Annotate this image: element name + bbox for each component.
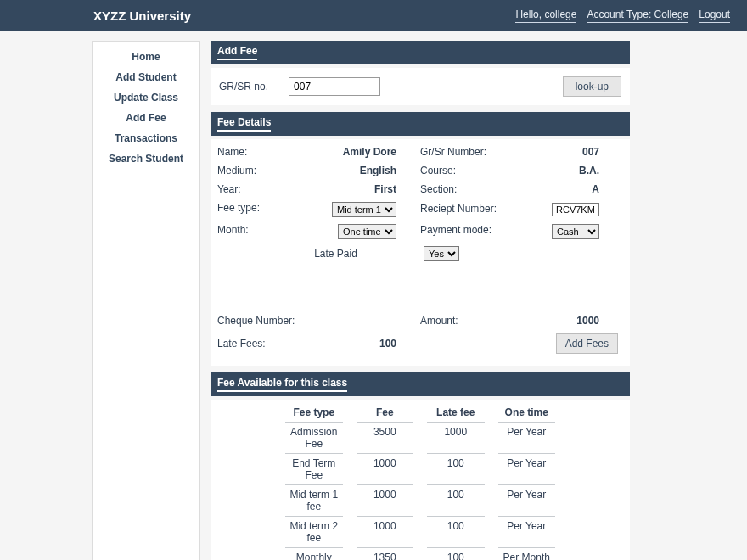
section-title: Fee Details (217, 116, 271, 132)
table-cell: 100 (427, 454, 485, 485)
add-fees-button[interactable]: Add Fees (556, 333, 618, 354)
table-cell: Mid term 2 fee (285, 517, 343, 548)
lookup-button[interactable]: look-up (563, 76, 621, 97)
grsr-input[interactable] (289, 77, 380, 96)
latepaid-select[interactable]: Yes (424, 246, 459, 261)
table-cell: 100 (427, 548, 485, 560)
feetype-select[interactable]: Mid term 1 (332, 202, 396, 217)
medium-value: English (311, 165, 420, 176)
section-value: A (514, 183, 623, 195)
table-header: Fee type Fee Late fee One time (278, 403, 562, 423)
section-fee-details: Fee Details (211, 112, 630, 136)
table-cell: Admission Fee (285, 423, 343, 454)
table-cell: Per Year (498, 485, 556, 517)
year-value: First (311, 183, 420, 195)
section-title: Add Fee (217, 45, 257, 60)
month-label: Month: (217, 224, 311, 239)
table-cell: 1350 (357, 548, 414, 560)
brand: XYZZ University (93, 8, 191, 23)
table-cell: 100 (427, 517, 485, 548)
hello-link[interactable]: Hello, college (515, 8, 576, 23)
sidebar-item-add-fee[interactable]: Add Fee (93, 108, 199, 128)
table-row: End Term Fee1000100Per Year (278, 454, 562, 485)
sidebar-item-home[interactable]: Home (93, 47, 199, 67)
latepaid-label: Late Paid (217, 248, 420, 260)
latefees-label: Late Fees: (217, 338, 311, 350)
month-select[interactable]: One time (338, 224, 396, 239)
receipt-label: Reciept Number: (420, 203, 514, 216)
cheque-value (311, 315, 420, 327)
table-cell: 3500 (357, 423, 414, 454)
table-cell: 1000 (357, 454, 414, 485)
table-cell: Per Year (498, 423, 556, 454)
table-cell: 1000 (357, 517, 414, 548)
th-onetime: One time (498, 403, 556, 423)
table-cell: Mid term 1 fee (285, 485, 343, 517)
name-value: Amily Dore (311, 146, 420, 158)
sidebar-item-add-student[interactable]: Add Student (93, 67, 199, 87)
course-value: B.A. (514, 165, 623, 176)
table-cell: 100 (427, 485, 485, 517)
table-row: Mid term 2 fee1000100Per Year (278, 517, 562, 548)
medium-label: Medium: (217, 165, 311, 176)
amount-label: Amount: (420, 315, 514, 327)
cheque-label: Cheque Number: (217, 315, 311, 327)
table-cell: 1000 (357, 485, 414, 517)
table-cell: Per Year (498, 454, 556, 485)
section-fee-available: Fee Available for this class (211, 372, 630, 396)
th-fee: Fee (357, 403, 414, 423)
grsr-label: Gr/Sr Number: (420, 146, 514, 158)
table-cell: 1000 (427, 423, 485, 454)
table-cell: Monthly Fee (285, 548, 343, 560)
fee-available-table: Fee type Fee Late fee One time Admission… (211, 400, 630, 560)
section-label: Section: (420, 183, 514, 195)
sidebar-item-transactions[interactable]: Transactions (93, 128, 199, 148)
section-add-fee: Add Fee (211, 41, 630, 64)
table-cell: Per Year (498, 517, 556, 548)
grsr-label: GR/SR no. (219, 81, 268, 92)
paymentmode-select[interactable]: Cash (552, 224, 599, 239)
table-row: Admission Fee35001000Per Year (278, 423, 562, 454)
sidebar-item-search-student[interactable]: Search Student (93, 148, 199, 169)
table-cell: Per Month (498, 548, 556, 560)
paymentmode-label: Payment mode: (420, 224, 514, 239)
feetype-label: Fee type: (217, 202, 311, 217)
name-label: Name: (217, 146, 311, 158)
grsr-value: 007 (514, 146, 623, 158)
amount-value: 1000 (514, 315, 623, 327)
top-nav: Hello, college Account Type: College Log… (515, 8, 730, 23)
table-row: Mid term 1 fee1000100Per Year (278, 485, 562, 517)
th-latefee: Late fee (427, 403, 485, 423)
section-title: Fee Available for this class (217, 377, 347, 392)
fee-details-grid: Name: Amily Dore Gr/Sr Number: 007 Mediu… (211, 139, 630, 366)
receipt-input[interactable] (552, 203, 599, 216)
addfee-row: GR/SR no. look-up (211, 68, 630, 105)
logout-link[interactable]: Logout (699, 8, 730, 23)
sidebar: Home Add Student Update Class Add Fee Tr… (92, 41, 200, 560)
table-cell: End Term Fee (285, 454, 343, 485)
topbar: XYZZ University Hello, college Account T… (0, 0, 747, 31)
account-type-link[interactable]: Account Type: College (587, 8, 688, 23)
th-feetype: Fee type (285, 403, 343, 423)
latefees-value: 100 (311, 338, 420, 350)
year-label: Year: (217, 183, 311, 195)
table-row: Monthly Fee1350100Per Month (278, 548, 562, 560)
sidebar-item-update-class[interactable]: Update Class (93, 87, 199, 108)
course-label: Course: (420, 165, 514, 176)
